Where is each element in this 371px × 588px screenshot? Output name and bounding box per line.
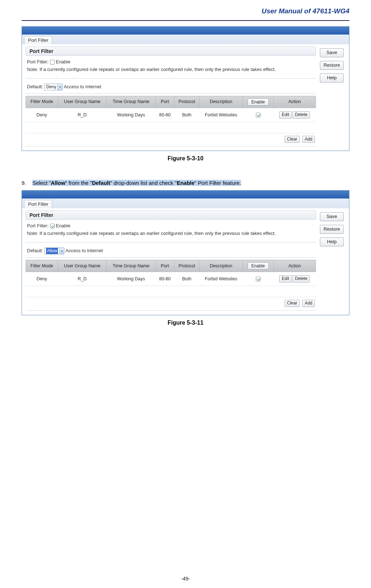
divider — [26, 93, 316, 94]
port-filter-label: Port Filter: — [27, 223, 49, 228]
section-header: Port Filter — [26, 46, 316, 56]
default-label: Default: — [27, 84, 43, 89]
cell-action: EditDelete — [273, 108, 316, 122]
table-footer: Clear Add — [26, 297, 316, 308]
cell-user: R_D — [58, 272, 107, 286]
th-port: Port — [155, 96, 174, 108]
delete-button[interactable]: Delete — [293, 275, 310, 282]
delete-button[interactable]: Delete — [293, 111, 310, 119]
th-enable: Enable — [243, 96, 273, 108]
tab-port-filter[interactable]: Port Filter — [24, 36, 52, 44]
table-footer: Clear Add — [26, 133, 316, 144]
step-text: " from the " — [65, 180, 92, 186]
save-button[interactable]: Save — [320, 48, 344, 57]
add-button[interactable]: Add — [302, 300, 315, 307]
cell-mode: Deny — [26, 272, 58, 286]
cell-proto: Both — [174, 272, 199, 286]
enable-checkbox[interactable] — [50, 224, 55, 228]
cell-mode: Deny — [26, 108, 58, 122]
note-text: Note: If a currently configured rule rep… — [26, 230, 316, 240]
default-suffix: Access to Internet — [65, 248, 103, 253]
restore-button[interactable]: Restore — [320, 225, 344, 234]
tab-strip: Port Filter — [22, 199, 349, 208]
clear-button[interactable]: Clear — [285, 300, 300, 307]
window-titlebar — [22, 27, 349, 35]
enable-checkbox[interactable] — [50, 60, 55, 64]
th-time: Time Group Name — [107, 260, 155, 272]
cell-proto: Both — [174, 108, 199, 122]
default-select[interactable]: Deny — [44, 84, 63, 90]
add-button[interactable]: Add — [302, 136, 315, 143]
th-action: Action — [273, 96, 316, 108]
th-time: Time Group Name — [107, 96, 155, 108]
cell-desc: Forbid Websites — [199, 272, 243, 286]
row-enable-checkbox[interactable] — [256, 113, 261, 117]
default-label: Default: — [27, 248, 43, 253]
cell-port: 80-80 — [155, 108, 174, 122]
cell-enable — [243, 272, 273, 286]
divider — [26, 257, 316, 258]
note-text: Note: If a currently configured rule rep… — [26, 66, 316, 76]
divider — [26, 146, 316, 146]
rules-table: Filter Mode User Group Name Time Group N… — [26, 96, 316, 122]
window-titlebar — [22, 191, 349, 199]
th-port: Port — [155, 260, 174, 272]
table-row: Deny R_D Working Days 80-80 Both Forbid … — [26, 272, 316, 286]
row-enable-checkbox[interactable] — [256, 277, 261, 281]
chevron-down-icon — [57, 84, 62, 90]
step-number: 9. — [22, 180, 31, 186]
step-bold-enable: Enable — [177, 180, 194, 186]
step-text: Select " — [32, 180, 51, 186]
restore-button[interactable]: Restore — [320, 61, 344, 70]
screenshot-1: Port Filter Port Filter Port Filter: Ena… — [22, 26, 349, 151]
tab-strip: Port Filter — [22, 35, 349, 44]
th-desc: Description — [199, 96, 243, 108]
help-button[interactable]: Help — [320, 74, 344, 83]
screenshot-2: Port Filter Port Filter Port Filter: Ena… — [22, 190, 349, 315]
th-action: Action — [273, 260, 316, 272]
cell-action: EditDelete — [273, 272, 316, 286]
edit-button[interactable]: Edit — [279, 275, 292, 282]
help-button[interactable]: Help — [320, 237, 344, 246]
th-desc: Description — [199, 260, 243, 272]
cell-time: Working Days — [107, 272, 155, 286]
enable-header-button[interactable]: Enable — [248, 262, 269, 270]
th-mode: Filter Mode — [26, 260, 58, 272]
divider — [26, 78, 316, 79]
chevron-down-icon — [59, 248, 64, 254]
header-rule — [22, 20, 349, 21]
port-filter-label: Port Filter: — [27, 59, 49, 64]
cell-enable — [243, 108, 273, 122]
step-9: 9. Select "Allow" from the "Default" dro… — [22, 180, 349, 186]
enable-header-button[interactable]: Enable — [248, 98, 269, 106]
default-select-value: Deny — [46, 84, 56, 90]
default-select[interactable]: Allow — [44, 248, 64, 254]
step-bold-allow: Allow — [51, 180, 65, 186]
edit-button[interactable]: Edit — [279, 111, 292, 119]
th-user: User Group Name — [58, 96, 107, 108]
th-mode: Filter Mode — [26, 96, 58, 108]
th-enable: Enable — [243, 260, 273, 272]
enable-text: Enable — [56, 59, 70, 64]
cell-time: Working Days — [107, 108, 155, 122]
step-text: " drop-down list and check " — [110, 180, 177, 186]
th-user: User Group Name — [58, 260, 107, 272]
tab-port-filter[interactable]: Port Filter — [24, 200, 52, 208]
rules-table: Filter Mode User Group Name Time Group N… — [26, 260, 316, 286]
cell-port: 80-80 — [155, 272, 174, 286]
cell-desc: Forbid Websites — [199, 108, 243, 122]
divider — [26, 310, 316, 311]
default-select-value: Allow — [46, 248, 58, 254]
th-proto: Protocol — [174, 96, 199, 108]
page-number: -49- — [0, 576, 371, 582]
table-row: Deny R_D Working Days 80-80 Both Forbid … — [26, 108, 316, 122]
save-button[interactable]: Save — [320, 212, 344, 221]
enable-text: Enable — [56, 223, 70, 228]
doc-header: User Manual of 47611-WG4 — [22, 7, 349, 17]
default-suffix: Access to Internet — [64, 84, 101, 89]
step-bold-default: Default — [92, 180, 110, 186]
clear-button[interactable]: Clear — [285, 136, 300, 143]
divider — [26, 242, 316, 242]
step-text: " Port Filter feature. — [194, 180, 241, 186]
figure-caption-2: Figure 5-3-11 — [22, 320, 349, 326]
